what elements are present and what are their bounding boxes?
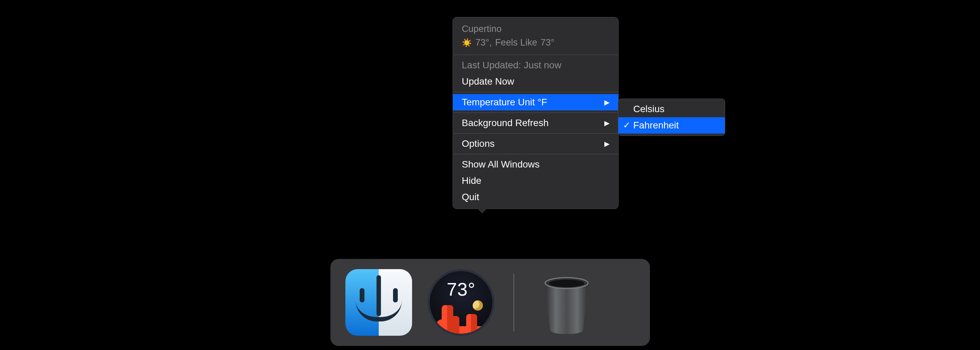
weather-header: Cupertino ☀️ 73°, Feels Like 73° xyxy=(453,21,618,53)
trash-icon xyxy=(538,270,595,335)
monument-valley-icon xyxy=(436,302,487,336)
feels-like-label: Feels Like xyxy=(495,36,537,49)
menu-separator xyxy=(453,55,617,55)
weather-app-dock-icon[interactable]: 73° xyxy=(428,269,495,336)
chevron-right-icon: ▶ xyxy=(605,119,609,127)
trash-dock-icon[interactable] xyxy=(533,269,600,336)
celsius-option[interactable]: Celsius xyxy=(618,101,725,117)
weather-location: Cupertino xyxy=(462,23,609,36)
options-item[interactable]: Options ▶ xyxy=(453,136,618,152)
dock-separator xyxy=(514,274,514,331)
svg-point-2 xyxy=(549,280,584,287)
temperature-unit-item[interactable]: Temperature Unit °F ▶ xyxy=(453,94,618,111)
update-now-item[interactable]: Update Now xyxy=(453,73,618,90)
hide-item[interactable]: Hide xyxy=(453,173,618,189)
sun-icon: ☀️ xyxy=(462,37,472,49)
show-all-windows-item[interactable]: Show All Windows xyxy=(453,156,618,173)
menu-separator xyxy=(453,154,617,154)
weather-temp: 73°, xyxy=(476,36,492,49)
dock: 73° xyxy=(331,259,650,346)
finder-dock-icon[interactable] xyxy=(345,269,412,336)
menu-separator xyxy=(453,92,617,92)
dock-context-menu: Cupertino ☀️ 73°, Feels Like 73° Last Up… xyxy=(453,17,619,209)
quit-item[interactable]: Quit xyxy=(453,189,618,205)
temperature-unit-submenu: Celsius Fahrenheit xyxy=(618,98,725,136)
chevron-right-icon: ▶ xyxy=(605,98,609,106)
chevron-right-icon: ▶ xyxy=(605,140,609,148)
background-refresh-item[interactable]: Background Refresh ▶ xyxy=(453,115,618,131)
fahrenheit-option[interactable]: Fahrenheit xyxy=(618,117,725,133)
last-updated-item: Last Updated: Just now xyxy=(453,57,618,73)
feels-like-temp: 73° xyxy=(540,36,554,49)
menu-separator xyxy=(453,112,617,113)
dock-weather-temp: 73° xyxy=(447,279,476,300)
menu-caret xyxy=(477,208,488,214)
